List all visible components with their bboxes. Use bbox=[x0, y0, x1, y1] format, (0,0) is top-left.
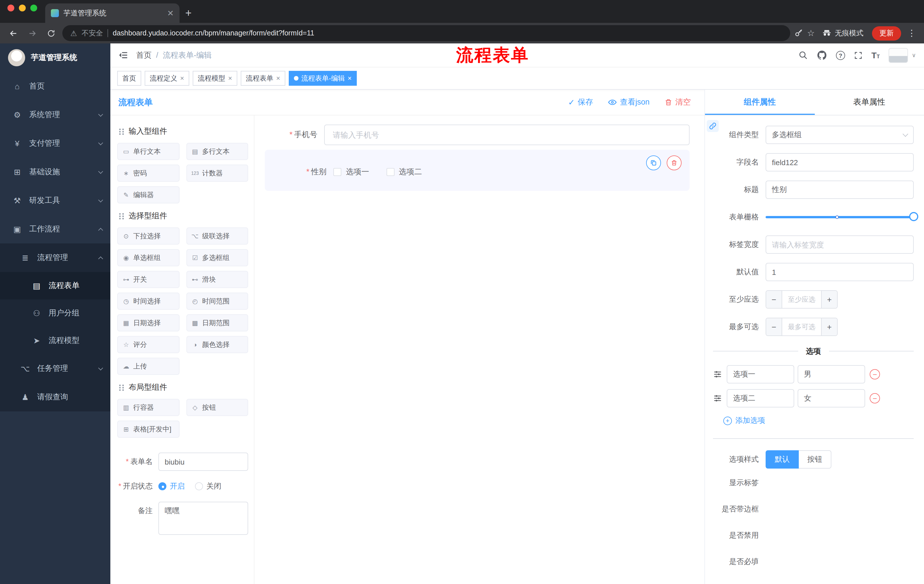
component-item-radio-group[interactable]: ◉单选框组 bbox=[117, 249, 179, 266]
sidebar-item-workflow[interactable]: ▣ 工作流程 bbox=[0, 215, 111, 243]
sidebar-item-process-model[interactable]: ➤ 流程模型 bbox=[0, 327, 111, 354]
gender-option-2-checkbox[interactable]: 选项二 bbox=[386, 167, 422, 177]
tag-close-icon[interactable]: × bbox=[276, 74, 280, 82]
forward-icon[interactable] bbox=[25, 26, 40, 41]
remove-option-button[interactable]: − bbox=[870, 393, 880, 403]
browser-update-button[interactable]: 更新 bbox=[872, 26, 901, 40]
search-icon[interactable] bbox=[798, 50, 808, 60]
option-1-value-input[interactable] bbox=[798, 365, 865, 383]
option-drag-icon[interactable] bbox=[713, 394, 723, 403]
bookmark-star-icon[interactable]: ☆ bbox=[807, 28, 815, 38]
breadcrumb-home[interactable]: 首页 bbox=[136, 50, 152, 60]
sidebar-item-process-form[interactable]: ▤ 流程表单 bbox=[0, 272, 111, 299]
component-item-cascader[interactable]: ⌥级联选择 bbox=[186, 227, 248, 245]
option-1-label-input[interactable] bbox=[727, 365, 794, 383]
sidebar-item-infra[interactable]: ⊞ 基础设施 bbox=[0, 158, 111, 186]
option-2-value-input[interactable] bbox=[798, 389, 865, 408]
browser-tab[interactable]: 芋道管理系统 ✕ bbox=[45, 3, 180, 23]
gender-option-1-checkbox[interactable]: 选项一 bbox=[333, 167, 369, 177]
tag-close-icon[interactable]: × bbox=[180, 74, 184, 82]
form-canvas[interactable]: 手机号 bbox=[254, 115, 705, 584]
avatar-caret-icon[interactable]: ∨ bbox=[912, 52, 916, 58]
tag-process-definition[interactable]: 流程定义 × bbox=[145, 71, 189, 86]
remove-option-button[interactable]: − bbox=[870, 369, 880, 380]
avatar[interactable] bbox=[888, 48, 908, 63]
sidebar-item-process-mgmt[interactable]: ≣ 流程管理 bbox=[0, 243, 111, 272]
status-on-radio[interactable]: 开启 bbox=[158, 481, 185, 492]
component-item-upload[interactable]: ☁上传 bbox=[117, 358, 179, 375]
component-item-time-picker[interactable]: ◷时间选择 bbox=[117, 293, 179, 310]
phone-input[interactable] bbox=[324, 125, 690, 145]
field-gender-selected[interactable]: 性别 选项一 选项二 bbox=[265, 150, 690, 191]
component-item-editor[interactable]: ✎编辑器 bbox=[117, 186, 179, 204]
style-button-button[interactable]: 按钮 bbox=[799, 450, 832, 469]
slider-track[interactable] bbox=[766, 216, 914, 218]
sidebar-item-payment[interactable]: ¥ 支付管理 bbox=[0, 129, 111, 158]
component-item-multi-text[interactable]: ▤多行文本 bbox=[186, 143, 248, 160]
sidebar-item-home[interactable]: ⌂ 首页 bbox=[0, 72, 111, 100]
increase-button[interactable]: + bbox=[821, 318, 837, 336]
font-size-icon[interactable]: TT bbox=[871, 50, 880, 60]
field-name-input[interactable] bbox=[766, 153, 914, 171]
tag-process-form[interactable]: 流程表单 × bbox=[241, 71, 285, 86]
min-select-value[interactable]: 至少应选 bbox=[782, 291, 821, 308]
component-item-button[interactable]: ◇按钮 bbox=[186, 399, 248, 416]
sidebar-item-devtools[interactable]: ⚒ 研发工具 bbox=[0, 186, 111, 215]
sidebar-toggle-icon[interactable] bbox=[118, 50, 128, 60]
tag-home[interactable]: 首页 bbox=[117, 71, 141, 86]
github-icon[interactable] bbox=[817, 50, 827, 61]
component-item-row-container[interactable]: ▥行容器 bbox=[117, 399, 179, 416]
link-icon[interactable] bbox=[707, 120, 719, 132]
component-item-counter[interactable]: 123计数器 bbox=[186, 165, 248, 182]
component-item-color-picker[interactable]: ◑颜色选择 bbox=[186, 336, 248, 353]
field-phone[interactable]: 手机号 bbox=[265, 125, 690, 145]
form-grid-slider[interactable] bbox=[766, 208, 914, 226]
delete-component-button[interactable] bbox=[667, 155, 681, 170]
component-item-switch[interactable]: ⊶开关 bbox=[117, 271, 179, 288]
tab-form-props[interactable]: 表单属性 bbox=[815, 90, 924, 115]
increase-button[interactable]: + bbox=[821, 291, 837, 308]
component-item-date-picker[interactable]: ▦日期选择 bbox=[117, 314, 179, 331]
tab-close-icon[interactable]: ✕ bbox=[167, 9, 174, 17]
app-logo[interactable]: 芋道管理系统 bbox=[0, 43, 111, 72]
close-window-button[interactable] bbox=[7, 5, 14, 12]
status-off-radio[interactable]: 关闭 bbox=[195, 481, 221, 492]
decrease-button[interactable]: − bbox=[766, 291, 782, 308]
component-item-time-range[interactable]: ◴时间范围 bbox=[186, 293, 248, 310]
option-drag-icon[interactable] bbox=[713, 370, 723, 379]
sidebar-item-system[interactable]: ⚙ 系统管理 bbox=[0, 100, 111, 129]
component-item-table[interactable]: ⊞表格[开发中] bbox=[117, 421, 179, 438]
component-item-single-text[interactable]: ▭单行文本 bbox=[117, 143, 179, 160]
component-item-password[interactable]: ∗密码 bbox=[117, 165, 179, 182]
view-json-button[interactable]: 查看json bbox=[608, 97, 650, 107]
tag-process-form-edit[interactable]: 流程表单-编辑 × bbox=[289, 71, 357, 86]
address-bar[interactable]: ⚠ 不安全 dashboard.yudao.iocoder.cn/bpm/man… bbox=[62, 25, 790, 41]
tag-close-icon[interactable]: × bbox=[228, 74, 232, 82]
title-input[interactable] bbox=[766, 181, 914, 199]
option-2-label-input[interactable] bbox=[727, 389, 794, 408]
help-icon[interactable]: ? bbox=[836, 51, 845, 60]
sidebar-item-user-group[interactable]: ⚇ 用户分组 bbox=[0, 299, 111, 327]
tag-process-model[interactable]: 流程模型 × bbox=[193, 71, 237, 86]
reload-icon[interactable] bbox=[43, 26, 58, 41]
component-type-select[interactable]: 多选框组 bbox=[766, 126, 914, 144]
label-width-input[interactable] bbox=[766, 235, 914, 254]
security-label[interactable]: 不安全 bbox=[81, 28, 103, 38]
password-key-icon[interactable] bbox=[794, 29, 803, 38]
component-item-checkbox-group[interactable]: ☑多选框组 bbox=[186, 249, 248, 266]
zoom-window-button[interactable] bbox=[30, 5, 37, 12]
fullscreen-icon[interactable] bbox=[854, 51, 863, 60]
sidebar-item-leave-query[interactable]: ♟ 请假查询 bbox=[0, 383, 111, 411]
component-item-date-range[interactable]: ▩日期范围 bbox=[186, 314, 248, 331]
tab-component-props[interactable]: 组件属性 bbox=[705, 90, 815, 115]
browser-menu-icon[interactable]: ⋮ bbox=[905, 28, 918, 38]
default-value-input[interactable] bbox=[766, 263, 914, 281]
url-text[interactable]: dashboard.yudao.iocoder.cn/bpm/manager/f… bbox=[113, 29, 314, 37]
decrease-button[interactable]: − bbox=[766, 318, 782, 336]
style-default-button[interactable]: 默认 bbox=[766, 450, 799, 469]
new-tab-button[interactable]: + bbox=[185, 7, 191, 20]
remark-textarea[interactable]: 嘿嘿 bbox=[158, 502, 248, 535]
component-item-rate[interactable]: ☆评分 bbox=[117, 336, 179, 353]
save-button[interactable]: ✓ 保存 bbox=[568, 97, 593, 107]
component-item-select[interactable]: ⊙下拉选择 bbox=[117, 227, 179, 245]
